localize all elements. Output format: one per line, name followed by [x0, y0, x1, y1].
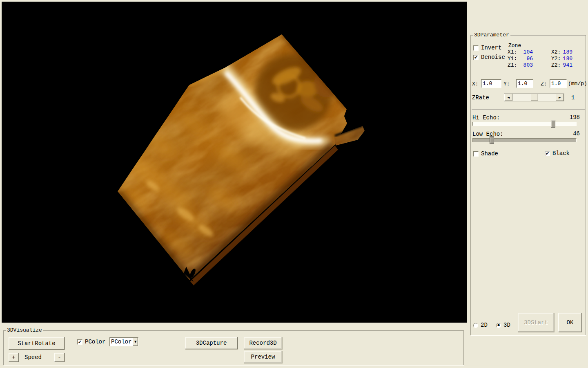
zrate-value: 1 [571, 94, 575, 101]
app-window: 3DParameter Invert ✔ Denoise Zone X1: 10… [0, 0, 588, 368]
mode-2d-label: 2D [481, 322, 488, 328]
zone-z1-value: 803 [517, 62, 533, 68]
z-scale-label: Z: [541, 81, 547, 87]
denoise-checkbox[interactable]: ✔ Denoise [473, 54, 505, 61]
ultrasound-viewport[interactable] [2, 2, 467, 323]
low-echo-slider[interactable] [472, 138, 577, 142]
zone-y1-value: 96 [517, 56, 533, 62]
pcolor-label: PColor [85, 339, 105, 345]
hi-echo-slider[interactable] [472, 122, 577, 126]
pcolor-checkbox[interactable]: ✔ PColor [77, 339, 105, 345]
left-arrow-icon: ◄ [507, 96, 510, 99]
visualize-groupbox: 3DVisualize StartRotate + Speed - ✔ PCol… [3, 330, 464, 365]
zrate-scrollbar[interactable]: ◄ ► [504, 93, 564, 101]
speed-plus-button[interactable]: + [9, 353, 19, 362]
shade-label: Shade [481, 151, 498, 157]
scale-unit-label: (mm/p) [568, 81, 587, 87]
zone-y1-label: Y1: [508, 56, 517, 62]
visualize-group-title: 3DVisualize [6, 327, 43, 333]
black-checkbox[interactable]: ✔ Black [545, 150, 570, 157]
zone-x2-value: 189 [556, 49, 572, 55]
shade-checkbox[interactable]: Shade [473, 151, 498, 157]
start-rotate-button[interactable]: StartRotate [9, 337, 65, 350]
preview-button[interactable]: Preview [244, 351, 282, 363]
denoise-label: Denoise [481, 54, 505, 61]
separator [472, 109, 585, 110]
hi-echo-thumb[interactable] [551, 120, 555, 128]
zrate-right-arrow-button[interactable]: ► [556, 94, 564, 101]
radio-dot-icon: ● [497, 324, 500, 327]
zone-z2-value: 941 [556, 62, 572, 68]
check-mark-icon: ✔ [474, 55, 478, 60]
start3d-button[interactable]: 3DStart [518, 313, 554, 332]
ok-button[interactable]: OK [558, 313, 582, 332]
check-mark-icon: ✔ [546, 151, 549, 156]
low-echo-thumb[interactable] [490, 136, 494, 144]
pcolor-checkbox-box[interactable]: ✔ [77, 339, 82, 345]
check-mark-icon: ✔ [78, 340, 82, 344]
mode-3d-label: 3D [503, 322, 510, 328]
x-scale-label: X: [472, 81, 479, 87]
zone-z1-label: Z1: [508, 62, 517, 68]
black-label: Black [552, 150, 570, 157]
pcolor-dropdown[interactable]: PColor ▼ [109, 337, 138, 346]
parameter-groupbox: 3DParameter Invert ✔ Denoise Zone X1: 10… [470, 35, 586, 335]
zone-x1-label: X1: [508, 49, 517, 55]
mode-2d-radio-circle[interactable] [473, 323, 478, 328]
mode-3d-radio-circle[interactable]: ● [496, 323, 501, 328]
pcolor-dropdown-value: PColor [110, 339, 133, 345]
zrate-thumb[interactable] [531, 94, 538, 101]
zone-x1-value: 104 [517, 49, 533, 55]
speed-label: Speed [24, 354, 42, 361]
mode-3d-radio[interactable]: ● 3D [496, 322, 510, 328]
y-scale-input[interactable] [516, 79, 533, 88]
ultrasound-render-3d [2, 2, 467, 323]
speed-minus-button[interactable]: - [54, 353, 65, 362]
invert-label: Invert [481, 45, 501, 51]
hi-echo-value: 198 [570, 114, 580, 121]
parameter-group-title: 3DParameter [473, 32, 510, 38]
y-scale-label: Y: [503, 81, 510, 87]
invert-checkbox[interactable]: Invert [473, 45, 501, 51]
x-scale-input[interactable] [481, 79, 501, 88]
low-echo-label: Low Echo: [472, 131, 503, 137]
invert-checkbox-box[interactable] [473, 45, 479, 51]
z-scale-input[interactable] [550, 79, 567, 88]
shade-checkbox-box[interactable] [473, 151, 479, 157]
zrate-left-arrow-button[interactable]: ◄ [504, 94, 512, 101]
denoise-checkbox-box[interactable]: ✔ [473, 55, 479, 60]
capture-button[interactable]: 3DCapture [185, 337, 238, 349]
mode-2d-radio[interactable]: 2D [473, 322, 488, 328]
hi-echo-label: Hi Echo: [472, 114, 500, 121]
dropdown-arrow-icon: ▼ [134, 340, 136, 343]
pcolor-dropdown-button[interactable]: ▼ [133, 338, 138, 346]
low-echo-value: 46 [573, 130, 580, 137]
zrate-label: ZRate [472, 94, 489, 101]
black-checkbox-box[interactable]: ✔ [545, 151, 550, 156]
right-arrow-icon: ► [559, 96, 561, 99]
zone-label: Zone [508, 43, 521, 49]
record-button[interactable]: Record3D [244, 337, 282, 349]
zone-y2-value: 180 [556, 56, 572, 62]
